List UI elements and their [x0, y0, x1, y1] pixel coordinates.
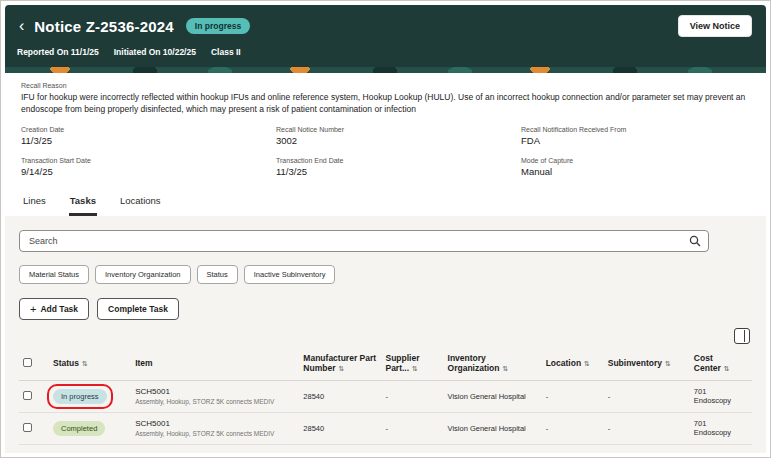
sort-icon[interactable]: ⇅: [724, 365, 730, 372]
table-row[interactable]: In progress SCH5001 Assembly, Hookup, ST…: [19, 380, 752, 412]
complete-task-label: Complete Task: [108, 304, 168, 314]
sort-icon[interactable]: ⇅: [338, 365, 344, 372]
column-item: Item: [131, 347, 299, 380]
recall-reason-label: Recall Reason: [21, 82, 750, 89]
chip-material-status[interactable]: Material Status: [19, 265, 89, 284]
inventory-organization-cell: Vision General Hospital: [444, 380, 542, 412]
notification-received-from-label: Recall Notification Received From: [521, 126, 750, 133]
task-actions: + Add Task Complete Task: [19, 298, 752, 320]
supplier-part-cell: -: [381, 412, 443, 444]
transaction-end-date-value: 11/3/25: [276, 166, 521, 177]
notification-received-from-value: FDA: [521, 135, 750, 146]
field-creation-date: Creation Date 11/3/25: [21, 126, 276, 146]
transaction-start-date-label: Transaction Start Date: [21, 157, 276, 164]
mode-of-capture-label: Mode of Capture: [521, 157, 750, 164]
tab-bar: Lines Tasks Locations: [5, 187, 766, 216]
status-badge: In progress: [53, 389, 107, 404]
sort-icon[interactable]: ⇅: [412, 365, 418, 372]
page-header: ‹ Notice Z-2536-2024 In progress View No…: [5, 5, 766, 67]
creation-date-label: Creation Date: [21, 126, 276, 133]
page-title: Notice Z-2536-2024: [34, 18, 174, 35]
column-manufacturer-part-number[interactable]: Manufacturer Part Number⇅: [299, 347, 381, 380]
mode-of-capture-value: Manual: [521, 166, 750, 177]
manufacturer-part-number-cell: 28540: [299, 412, 381, 444]
initiated-on-label: Initiated On 10/22/25: [114, 47, 196, 57]
subinventory-cell: -: [604, 380, 690, 412]
recall-reason-text: IFU for hookup were incorrectly reflecte…: [21, 92, 750, 115]
plus-icon: +: [30, 305, 36, 313]
item-description: Assembly, Hookup, STORZ 5K connects MEDI…: [135, 430, 295, 438]
chip-inactive-subinventory[interactable]: Inactive Subinventory: [244, 265, 336, 284]
column-subinventory[interactable]: Subinventory⇅: [604, 347, 690, 380]
search-box: [19, 230, 709, 252]
location-cell: -: [542, 380, 604, 412]
field-notification-received-from: Recall Notification Received From FDA: [521, 126, 750, 146]
back-icon[interactable]: ‹: [17, 19, 26, 33]
table-tools: [19, 328, 752, 344]
reported-on-label: Reported On 11/1/25: [17, 47, 99, 57]
creation-date-value: 11/3/25: [21, 135, 276, 146]
chip-inventory-organization[interactable]: Inventory Organization: [95, 265, 190, 284]
recall-info-section: Recall Reason IFU for hookup were incorr…: [5, 73, 766, 187]
field-recall-notice-number: Recall Notice Number 3002: [276, 126, 521, 146]
supplier-part-cell: -: [381, 380, 443, 412]
item-code: SCH5001: [135, 419, 295, 429]
column-cost-center[interactable]: Cost Center⇅: [690, 347, 752, 380]
sort-icon[interactable]: ⇅: [503, 365, 509, 372]
sort-icon[interactable]: ⇅: [665, 360, 671, 367]
view-notice-button[interactable]: View Notice: [678, 15, 752, 37]
add-task-label: Add Task: [40, 304, 78, 314]
tab-locations[interactable]: Locations: [119, 191, 162, 216]
notice-status-badge: In progress: [186, 18, 250, 34]
transaction-start-date-value: 9/14/25: [21, 166, 276, 177]
column-inventory-organization[interactable]: Inventory Organization⇅: [444, 347, 542, 380]
location-cell: -: [542, 412, 604, 444]
recall-notice-number-label: Recall Notice Number: [276, 126, 521, 133]
sort-icon[interactable]: ⇅: [584, 360, 590, 367]
class-label: Class II: [211, 47, 241, 57]
column-location[interactable]: Location⇅: [542, 347, 604, 380]
subinventory-cell: -: [604, 412, 690, 444]
tasks-panel: Material Status Inventory Organization S…: [5, 216, 766, 453]
search-input[interactable]: [19, 230, 709, 252]
tab-tasks[interactable]: Tasks: [69, 191, 97, 216]
recall-notice-page: ‹ Notice Z-2536-2024 In progress View No…: [0, 0, 771, 458]
field-mode-of-capture: Mode of Capture Manual: [521, 157, 750, 177]
filter-chips: Material Status Inventory Organization S…: [19, 265, 752, 284]
transaction-end-date-label: Transaction End Date: [276, 157, 521, 164]
field-transaction-start-date: Transaction Start Date 9/14/25: [21, 157, 276, 177]
status-badge: Completed: [53, 421, 105, 436]
cost-center-code: 701: [694, 419, 748, 428]
item-description: Assembly, Hookup, STORZ 5K connects MEDI…: [135, 398, 295, 406]
table-header-row: Status⇅ Item Manufacturer Part Number⇅ S…: [19, 347, 752, 380]
select-all-checkbox[interactable]: [23, 358, 32, 367]
row-checkbox[interactable]: [23, 391, 32, 400]
cost-center-dept: Endoscopy: [694, 396, 748, 405]
row-checkbox[interactable]: [23, 423, 32, 432]
chip-status[interactable]: Status: [197, 265, 238, 284]
tasks-table: Status⇅ Item Manufacturer Part Number⇅ S…: [19, 347, 752, 445]
table-row[interactable]: Completed SCH5001 Assembly, Hookup, STOR…: [19, 412, 752, 444]
column-status[interactable]: Status⇅: [49, 347, 131, 380]
tab-lines[interactable]: Lines: [22, 191, 47, 216]
notice-meta: Reported On 11/1/25 Initiated On 10/22/2…: [17, 47, 752, 57]
cost-center-dept: Endoscopy: [694, 428, 748, 437]
inventory-organization-cell: Vision General Hospital: [444, 412, 542, 444]
cost-center-code: 701: [694, 387, 748, 396]
column-supplier-part[interactable]: Supplier Part...⇅: [381, 347, 443, 380]
search-icon[interactable]: [689, 235, 701, 247]
item-code: SCH5001: [135, 387, 295, 397]
recall-notice-number-value: 3002: [276, 135, 521, 146]
complete-task-button[interactable]: Complete Task: [97, 298, 179, 320]
manufacturer-part-number-cell: 28540: [299, 380, 381, 412]
add-task-button[interactable]: + Add Task: [19, 298, 89, 320]
field-transaction-end-date: Transaction End Date 11/3/25: [276, 157, 521, 177]
sort-icon[interactable]: ⇅: [82, 360, 88, 367]
manage-columns-icon[interactable]: [734, 328, 750, 344]
